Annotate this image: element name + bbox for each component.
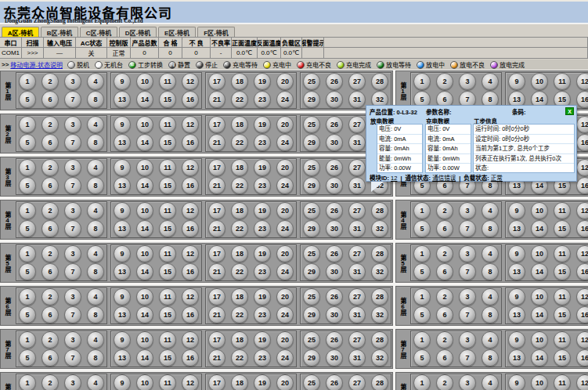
cell-circle[interactable]: 14: [136, 91, 153, 108]
cell-circle[interactable]: 13: [114, 306, 131, 323]
cell-circle[interactable]: 8: [482, 263, 499, 280]
cell-circle[interactable]: 13: [114, 220, 131, 237]
cell-circle[interactable]: 1: [413, 73, 431, 90]
cell-circle[interactable]: 15: [159, 134, 176, 151]
cell-circle[interactable]: 18: [231, 202, 248, 219]
status-description-link[interactable]: 移动电源-状态说明: [10, 60, 63, 69]
cell-circle[interactable]: 5: [413, 349, 431, 367]
cell-circle[interactable]: 12: [182, 331, 199, 348]
cell-circle[interactable]: 16: [576, 349, 588, 367]
cell-circle[interactable]: 22: [231, 134, 248, 151]
cell-circle[interactable]: 3: [459, 202, 476, 219]
cell-circle[interactable]: 10: [136, 288, 153, 305]
cell-circle[interactable]: 12: [182, 73, 199, 90]
cell-circle[interactable]: 8: [87, 349, 104, 367]
cell-circle[interactable]: 2: [41, 331, 59, 348]
cell-circle[interactable]: 25: [303, 202, 320, 219]
cell-circle[interactable]: 1: [413, 374, 431, 390]
cell-circle[interactable]: 19: [254, 374, 271, 390]
cell-circle[interactable]: 3: [459, 331, 476, 348]
cell-circle[interactable]: 18: [231, 116, 248, 133]
cell-circle[interactable]: 3: [459, 288, 476, 305]
cell-circle[interactable]: 25: [303, 116, 320, 133]
cell-circle[interactable]: 6: [41, 220, 59, 237]
cell-circle[interactable]: 25: [303, 374, 320, 390]
cell-circle[interactable]: 9: [114, 288, 131, 305]
cell-circle[interactable]: 8: [87, 91, 104, 108]
cell-circle[interactable]: 5: [19, 91, 36, 108]
cell-circle[interactable]: 6: [41, 306, 59, 323]
cell-circle[interactable]: 11: [554, 245, 571, 262]
cell-circle[interactable]: 13: [508, 306, 525, 323]
cell-circle[interactable]: 9: [114, 374, 131, 390]
cell-circle[interactable]: 3: [64, 159, 81, 176]
cell-circle[interactable]: 3: [64, 73, 81, 90]
cell-circle[interactable]: 10: [136, 331, 153, 348]
cell-circle[interactable]: 22: [231, 91, 248, 108]
cell-circle[interactable]: 30: [326, 220, 343, 237]
cell-circle[interactable]: 31: [348, 349, 366, 367]
cell-circle[interactable]: 23: [254, 349, 271, 367]
tab-zone-0[interactable]: A区-待机: [2, 27, 39, 37]
cell-circle[interactable]: 16: [576, 91, 588, 108]
cell-circle[interactable]: 6: [436, 306, 453, 323]
cell-circle[interactable]: 13: [508, 263, 525, 280]
cell-circle[interactable]: 7: [64, 220, 81, 237]
cell-circle[interactable]: 5: [413, 306, 431, 323]
cell-circle[interactable]: 11: [159, 288, 176, 305]
cell-circle[interactable]: 23: [254, 306, 271, 323]
cell-circle[interactable]: 10: [531, 202, 548, 219]
cell-circle[interactable]: 7: [64, 91, 81, 108]
cell-circle[interactable]: 21: [208, 134, 225, 151]
cell-circle[interactable]: 21: [208, 91, 225, 108]
cell-circle[interactable]: 31: [348, 177, 366, 194]
cell-circle[interactable]: 4: [482, 245, 499, 262]
cell-circle[interactable]: 28: [371, 288, 388, 305]
cell-circle[interactable]: 24: [276, 177, 294, 194]
cell-circle[interactable]: 2: [436, 202, 453, 219]
cell-circle[interactable]: 15: [159, 263, 176, 280]
cell-circle[interactable]: 1: [413, 245, 431, 262]
cell-circle[interactable]: 12: [576, 159, 588, 176]
cell-circle[interactable]: 27: [348, 116, 366, 133]
cell-circle[interactable]: 10: [136, 245, 153, 262]
cell-circle[interactable]: 26: [326, 245, 343, 262]
cell-circle[interactable]: 12: [182, 116, 199, 133]
cell-circle[interactable]: 22: [231, 263, 248, 280]
cell-circle[interactable]: 26: [326, 73, 343, 90]
cell-circle[interactable]: 16: [576, 134, 588, 151]
cell-circle[interactable]: 9: [114, 331, 131, 348]
cell-circle[interactable]: 2: [41, 159, 59, 176]
cell-circle[interactable]: 18: [231, 374, 248, 390]
popup-close-button[interactable]: X: [565, 107, 574, 115]
cell-circle[interactable]: 8: [482, 349, 499, 367]
cell-circle[interactable]: 17: [208, 245, 225, 262]
cell-circle[interactable]: 7: [64, 177, 81, 194]
cell-circle[interactable]: 18: [231, 73, 248, 90]
cell-circle[interactable]: 9: [508, 202, 525, 219]
cell-circle[interactable]: 3: [459, 73, 476, 90]
cell-circle[interactable]: 15: [554, 220, 571, 237]
cell-circle[interactable]: 10: [136, 116, 153, 133]
cell-circle[interactable]: 13: [508, 220, 525, 237]
cell-circle[interactable]: 7: [459, 220, 476, 237]
cell-circle[interactable]: 20: [276, 331, 294, 348]
cell-circle[interactable]: 26: [326, 159, 343, 176]
cell-circle[interactable]: 20: [276, 159, 294, 176]
cell-circle[interactable]: 2: [436, 73, 453, 90]
cell-circle[interactable]: 29: [303, 349, 320, 367]
cell-circle[interactable]: 13: [114, 177, 131, 194]
cell-circle[interactable]: 19: [254, 73, 271, 90]
cell-circle[interactable]: 7: [64, 134, 81, 151]
cell-circle[interactable]: 16: [576, 177, 588, 194]
cell-circle[interactable]: 8: [87, 306, 104, 323]
cell-circle[interactable]: 7: [64, 306, 81, 323]
cell-circle[interactable]: 24: [276, 220, 294, 237]
cell-circle[interactable]: 4: [87, 331, 104, 348]
cell-circle[interactable]: 4: [87, 73, 104, 90]
cell-circle[interactable]: 3: [459, 245, 476, 262]
cell-circle[interactable]: 15: [159, 220, 176, 237]
cell-circle[interactable]: 7: [64, 349, 81, 367]
cell-circle[interactable]: 5: [19, 134, 36, 151]
cell-circle[interactable]: 28: [371, 245, 388, 262]
